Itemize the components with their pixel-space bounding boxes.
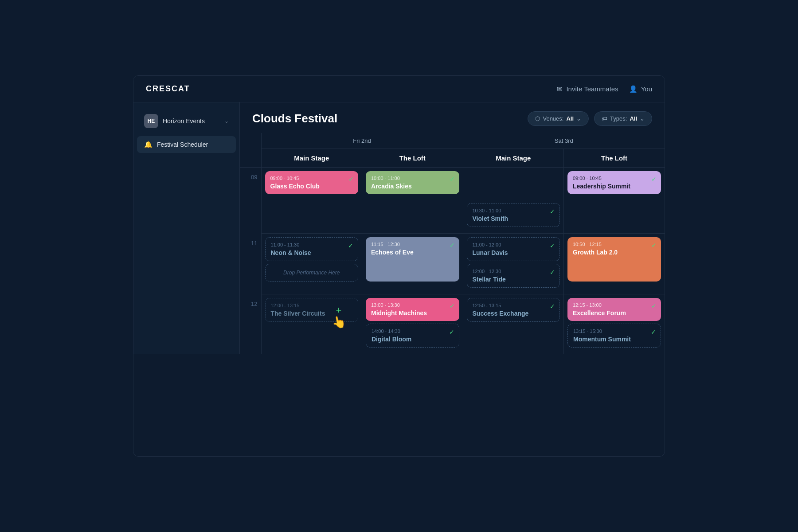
top-bar: CRESCAT ✉ Invite Teammates 👤 You: [133, 76, 665, 102]
event-card-glass-echo-club[interactable]: 09:00 - 10:45 Glass Echo Club ✓: [265, 171, 359, 194]
content-header: Clouds Festival ⬡ Venues: All ⌄ 🏷 Types:…: [240, 102, 665, 133]
event-time: 12:15 - 13:00: [573, 302, 656, 308]
event-time: 10:00 - 11:00: [371, 176, 454, 181]
org-avatar: HE: [144, 114, 158, 128]
you-button[interactable]: 👤 You: [629, 85, 652, 93]
table-row: 11 11:00 - 11:30 Neon & Noise ✓ Drop Per…: [240, 234, 665, 294]
stage-spacer: [240, 149, 261, 168]
top-bar-right: ✉ Invite Teammates 👤 You: [557, 85, 652, 93]
main-layout: HE Horizon Events ⌄ 🔔 Festival Scheduler…: [133, 102, 665, 354]
types-filter-button[interactable]: 🏷 Types: All ⌄: [594, 111, 652, 126]
drop-zone-label: Drop Performance Here: [283, 270, 340, 276]
venues-filter-button[interactable]: ⬡ Venues: All ⌄: [528, 111, 589, 126]
event-time: 12:50 - 13:15: [473, 303, 555, 308]
check-icon: ✓: [651, 329, 656, 336]
event-card-neon-noise[interactable]: 11:00 - 11:30 Neon & Noise ✓: [265, 237, 359, 261]
slot-sat-loft-12[interactable]: 12:15 - 13:00 Excellence Forum ✓ 13:15 -…: [564, 294, 665, 354]
event-time: 13:00 - 13:30: [371, 302, 454, 308]
event-name: Growth Lab 2.0: [573, 249, 656, 256]
event-name: Lunar Davis: [473, 249, 555, 256]
event-time: 10:50 - 12:15: [573, 242, 656, 247]
app-window: CRESCAT ✉ Invite Teammates 👤 You HE Hori…: [133, 75, 665, 457]
app-logo: CRESCAT: [146, 84, 190, 94]
slot-fri-loft-11[interactable]: 11:15 - 12:30 Echoes of Eve ✓: [362, 234, 463, 294]
slot-sat-main-09[interactable]: 10:30 - 11:00 Violet Smith ✓: [463, 168, 564, 234]
day-header-row: Fri 2nd Sat 3rd: [240, 133, 665, 149]
time-header-spacer: [240, 133, 261, 149]
event-name: Violet Smith: [473, 215, 555, 222]
tag-icon: 🏷: [602, 115, 607, 122]
invite-teammates-button[interactable]: ✉ Invite Teammates: [557, 85, 618, 93]
slot-fri-main-12[interactable]: 12:00 - 13:15 The Silver Circuits + 👆: [261, 294, 362, 354]
envelope-icon: ✉: [557, 85, 563, 93]
header-filters: ⬡ Venues: All ⌄ 🏷 Types: All ⌄: [528, 111, 652, 126]
time-12: 12: [240, 294, 261, 354]
event-card-leadership-summit[interactable]: 09:00 - 10:45 Leadership Summit ✓: [567, 171, 661, 194]
scheduler-grid: Fri 2nd Sat 3rd Main Stage The Loft Main…: [240, 133, 665, 354]
slot-fri-main-11[interactable]: 11:00 - 11:30 Neon & Noise ✓ Drop Perfor…: [261, 234, 362, 294]
stage-header-fri-main: Main Stage: [261, 149, 362, 168]
event-card-violet-smith[interactable]: 10:30 - 11:00 Violet Smith ✓: [467, 203, 560, 227]
page-title: Clouds Festival: [252, 112, 337, 125]
slot-fri-loft-09[interactable]: 10:00 - 11:00 Arcadia Skies ✓: [362, 168, 463, 234]
stage-header-fri-loft: The Loft: [362, 149, 463, 168]
slot-fri-main-09[interactable]: 09:00 - 10:45 Glass Echo Club ✓: [261, 168, 362, 234]
you-label: You: [641, 85, 652, 93]
event-name: Midnight Machines: [371, 309, 454, 317]
event-name: Leadership Summit: [573, 183, 656, 190]
org-selector[interactable]: HE Horizon Events ⌄: [137, 110, 236, 133]
check-icon: ✓: [550, 303, 555, 310]
slot-fri-loft-12[interactable]: 13:00 - 13:30 Midnight Machines ✓ 14:00 …: [362, 294, 463, 354]
slot-sat-main-12[interactable]: 12:50 - 13:15 Success Exchange ✓: [463, 294, 564, 354]
event-card-growth-lab[interactable]: 10:50 - 12:15 Growth Lab 2.0 ✓: [567, 237, 661, 282]
event-name: Arcadia Skies: [371, 183, 454, 190]
chevron-down-icon: ⌄: [224, 118, 229, 124]
check-icon: ✓: [348, 176, 354, 183]
plus-icon: +: [336, 305, 342, 315]
check-icon: ✓: [651, 302, 657, 309]
check-icon: ✓: [550, 269, 555, 276]
sidebar-festival-label: Festival Scheduler: [157, 141, 208, 148]
table-row: 12 12:00 - 13:15 The Silver Circuits: [240, 294, 665, 354]
person-icon: 👤: [629, 85, 638, 93]
check-icon: ✓: [651, 242, 657, 249]
pointer-cursor-icon: 👆: [331, 314, 347, 330]
slot-sat-loft-11[interactable]: 10:50 - 12:15 Growth Lab 2.0 ✓: [564, 234, 665, 294]
event-time: 11:00 - 11:30: [271, 242, 353, 247]
check-icon: ✓: [550, 242, 555, 249]
event-time: 09:00 - 10:45: [573, 176, 656, 181]
venues-chevron-icon: ⌄: [576, 115, 581, 122]
day-header-fri: Fri 2nd: [261, 133, 463, 149]
check-icon: ✓: [450, 302, 455, 309]
event-name: Success Exchange: [473, 310, 555, 317]
event-card-stellar-tide[interactable]: 12:00 - 12:30 Stellar Tide ✓: [467, 264, 560, 288]
slot-sat-loft-09[interactable]: 09:00 - 10:45 Leadership Summit ✓: [564, 168, 665, 234]
event-card-excellence-forum[interactable]: 12:15 - 13:00 Excellence Forum ✓: [567, 298, 661, 321]
event-card-arcadia-skies[interactable]: 10:00 - 11:00 Arcadia Skies ✓: [366, 171, 459, 194]
invite-teammates-label: Invite Teammates: [566, 85, 618, 93]
time-11: 11: [240, 234, 261, 294]
event-name: Echoes of Eve: [371, 249, 454, 256]
drag-overlay: + 👆: [332, 305, 346, 329]
cube-icon: ⬡: [535, 115, 540, 122]
check-icon: ✓: [450, 242, 455, 249]
event-card-lunar-davis[interactable]: 11:00 - 12:00 Lunar Davis ✓: [467, 237, 560, 261]
types-chevron-icon: ⌄: [640, 115, 645, 122]
drop-zone[interactable]: Drop Performance Here: [265, 264, 359, 282]
event-card-echoes-of-eve[interactable]: 11:15 - 12:30 Echoes of Eve ✓: [366, 237, 459, 282]
sidebar-item-festival-scheduler[interactable]: 🔔 Festival Scheduler: [137, 136, 236, 153]
content-area: Clouds Festival ⬡ Venues: All ⌄ 🏷 Types:…: [240, 102, 665, 354]
event-time: 11:00 - 12:00: [473, 242, 555, 247]
slot-sat-main-11[interactable]: 11:00 - 12:00 Lunar Davis ✓ 12:00 - 12:3…: [463, 234, 564, 294]
drag-container: 12:00 - 13:15 The Silver Circuits + 👆: [265, 298, 359, 325]
stage-header-row: Main Stage The Loft Main Stage The Loft: [240, 149, 665, 168]
event-card-digital-bloom[interactable]: 14:00 - 14:30 Digital Bloom ✓: [366, 324, 459, 348]
stage-header-sat-main: Main Stage: [463, 149, 564, 168]
types-label: Types:: [610, 115, 627, 122]
event-name: Neon & Noise: [271, 249, 353, 256]
event-card-success-exchange[interactable]: 12:50 - 13:15 Success Exchange ✓: [467, 298, 560, 322]
event-card-midnight-machines[interactable]: 13:00 - 13:30 Midnight Machines ✓: [366, 298, 459, 321]
day-header-sat: Sat 3rd: [463, 133, 665, 149]
event-time: 10:30 - 11:00: [473, 208, 555, 213]
event-card-momentum-summit[interactable]: 13:15 - 15:00 Momentum Summit ✓: [567, 324, 661, 348]
